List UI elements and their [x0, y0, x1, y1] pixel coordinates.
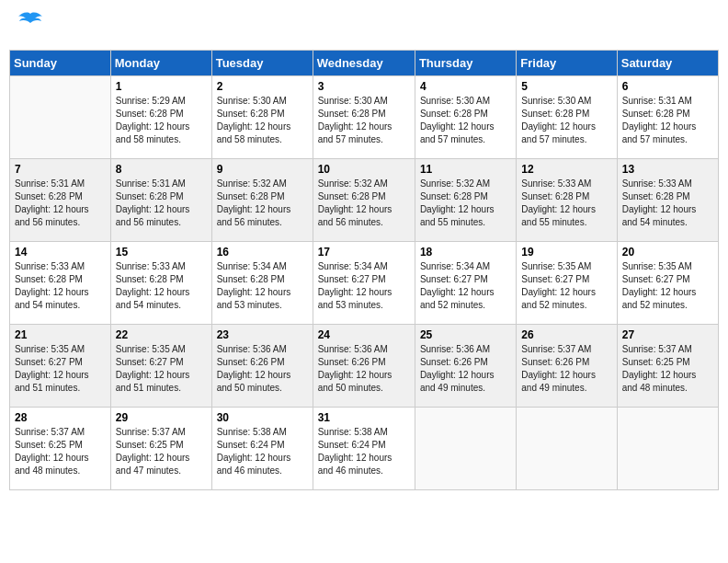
day-info: Sunrise: 5:36 AM Sunset: 6:26 PM Dayligh…	[217, 343, 308, 395]
day-number: 10	[318, 163, 410, 176]
day-info: Sunrise: 5:34 AM Sunset: 6:27 PM Dayligh…	[420, 260, 511, 312]
day-number: 24	[318, 328, 410, 341]
day-number: 9	[217, 163, 308, 176]
weekday-header-monday: Monday	[110, 51, 211, 76]
calendar-cell	[10, 76, 111, 159]
day-number: 13	[622, 163, 713, 176]
week-row-2: 7Sunrise: 5:31 AM Sunset: 6:28 PM Daylig…	[10, 159, 719, 242]
day-info: Sunrise: 5:33 AM Sunset: 6:28 PM Dayligh…	[521, 178, 611, 229]
day-info: Sunrise: 5:29 AM Sunset: 6:28 PM Dayligh…	[116, 95, 207, 146]
calendar-cell: 11Sunrise: 5:32 AM Sunset: 6:28 PM Dayli…	[415, 159, 516, 242]
calendar-cell: 24Sunrise: 5:36 AM Sunset: 6:26 PM Dayli…	[313, 325, 415, 408]
day-info: Sunrise: 5:31 AM Sunset: 6:28 PM Dayligh…	[622, 95, 713, 146]
day-info: Sunrise: 5:37 AM Sunset: 6:25 PM Dayligh…	[116, 426, 207, 477]
calendar-cell: 30Sunrise: 5:38 AM Sunset: 6:24 PM Dayli…	[211, 408, 313, 490]
day-info: Sunrise: 5:35 AM Sunset: 6:27 PM Dayligh…	[622, 260, 713, 312]
day-info: Sunrise: 5:35 AM Sunset: 6:27 PM Dayligh…	[15, 343, 106, 395]
calendar-cell: 13Sunrise: 5:33 AM Sunset: 6:28 PM Dayli…	[617, 159, 718, 242]
day-info: Sunrise: 5:30 AM Sunset: 6:28 PM Dayligh…	[420, 95, 511, 146]
day-info: Sunrise: 5:32 AM Sunset: 6:28 PM Dayligh…	[217, 178, 308, 229]
day-number: 5	[521, 80, 611, 93]
day-number: 25	[420, 328, 511, 341]
day-info: Sunrise: 5:30 AM Sunset: 6:28 PM Dayligh…	[318, 95, 410, 146]
day-number: 31	[318, 411, 410, 424]
calendar-cell: 2Sunrise: 5:30 AM Sunset: 6:28 PM Daylig…	[211, 76, 313, 159]
day-info: Sunrise: 5:32 AM Sunset: 6:28 PM Dayligh…	[318, 178, 410, 229]
calendar-cell: 16Sunrise: 5:34 AM Sunset: 6:28 PM Dayli…	[211, 242, 313, 325]
day-info: Sunrise: 5:35 AM Sunset: 6:27 PM Dayligh…	[116, 343, 207, 395]
day-info: Sunrise: 5:37 AM Sunset: 6:26 PM Dayligh…	[521, 343, 611, 395]
weekday-header-friday: Friday	[517, 51, 617, 76]
day-info: Sunrise: 5:31 AM Sunset: 6:28 PM Dayligh…	[15, 178, 106, 229]
calendar-cell: 8Sunrise: 5:31 AM Sunset: 6:28 PM Daylig…	[110, 159, 211, 242]
calendar-table: SundayMondayTuesdayWednesdayThursdayFrid…	[9, 50, 719, 490]
day-info: Sunrise: 5:34 AM Sunset: 6:27 PM Dayligh…	[318, 260, 410, 312]
calendar-cell: 5Sunrise: 5:30 AM Sunset: 6:28 PM Daylig…	[517, 76, 617, 159]
calendar-cell: 6Sunrise: 5:31 AM Sunset: 6:28 PM Daylig…	[617, 76, 718, 159]
day-info: Sunrise: 5:30 AM Sunset: 6:28 PM Dayligh…	[521, 95, 611, 146]
calendar-cell: 10Sunrise: 5:32 AM Sunset: 6:28 PM Dayli…	[313, 159, 415, 242]
calendar-cell: 26Sunrise: 5:37 AM Sunset: 6:26 PM Dayli…	[517, 325, 617, 408]
day-number: 6	[622, 80, 713, 93]
calendar-cell: 31Sunrise: 5:38 AM Sunset: 6:24 PM Dayli…	[313, 408, 415, 490]
week-row-1: 1Sunrise: 5:29 AM Sunset: 6:28 PM Daylig…	[10, 76, 719, 159]
calendar-cell: 9Sunrise: 5:32 AM Sunset: 6:28 PM Daylig…	[211, 159, 313, 242]
calendar-cell: 29Sunrise: 5:37 AM Sunset: 6:25 PM Dayli…	[110, 408, 211, 490]
day-number: 2	[217, 80, 308, 93]
weekday-header-sunday: Sunday	[10, 51, 111, 76]
day-number: 12	[521, 163, 611, 176]
day-number: 27	[622, 328, 713, 341]
day-info: Sunrise: 5:30 AM Sunset: 6:28 PM Dayligh…	[217, 95, 308, 146]
day-number: 29	[116, 411, 207, 424]
day-info: Sunrise: 5:36 AM Sunset: 6:26 PM Dayligh…	[420, 343, 511, 395]
calendar-cell: 1Sunrise: 5:29 AM Sunset: 6:28 PM Daylig…	[110, 76, 211, 159]
calendar-cell: 28Sunrise: 5:37 AM Sunset: 6:25 PM Dayli…	[10, 408, 111, 490]
calendar-cell: 15Sunrise: 5:33 AM Sunset: 6:28 PM Dayli…	[110, 242, 211, 325]
bird-icon	[17, 9, 44, 42]
weekday-header-wednesday: Wednesday	[313, 51, 415, 76]
day-info: Sunrise: 5:31 AM Sunset: 6:28 PM Dayligh…	[116, 178, 207, 229]
day-number: 17	[318, 246, 410, 259]
calendar-cell: 23Sunrise: 5:36 AM Sunset: 6:26 PM Dayli…	[211, 325, 313, 408]
day-info: Sunrise: 5:37 AM Sunset: 6:25 PM Dayligh…	[15, 426, 106, 477]
calendar-cell: 14Sunrise: 5:33 AM Sunset: 6:28 PM Dayli…	[10, 242, 111, 325]
day-number: 16	[217, 246, 308, 259]
calendar-cell: 19Sunrise: 5:35 AM Sunset: 6:27 PM Dayli…	[517, 242, 617, 325]
day-info: Sunrise: 5:32 AM Sunset: 6:28 PM Dayligh…	[420, 178, 511, 229]
day-number: 19	[521, 246, 611, 259]
calendar-cell	[517, 408, 617, 490]
day-info: Sunrise: 5:33 AM Sunset: 6:28 PM Dayligh…	[116, 260, 207, 312]
weekday-header-saturday: Saturday	[617, 51, 718, 76]
week-row-3: 14Sunrise: 5:33 AM Sunset: 6:28 PM Dayli…	[10, 242, 719, 325]
day-number: 20	[622, 246, 713, 259]
calendar-cell: 7Sunrise: 5:31 AM Sunset: 6:28 PM Daylig…	[10, 159, 111, 242]
calendar-cell: 22Sunrise: 5:35 AM Sunset: 6:27 PM Dayli…	[110, 325, 211, 408]
calendar-cell: 17Sunrise: 5:34 AM Sunset: 6:27 PM Dayli…	[313, 242, 415, 325]
calendar-cell: 21Sunrise: 5:35 AM Sunset: 6:27 PM Dayli…	[10, 325, 111, 408]
day-info: Sunrise: 5:37 AM Sunset: 6:25 PM Dayligh…	[622, 343, 713, 395]
week-row-5: 28Sunrise: 5:37 AM Sunset: 6:25 PM Dayli…	[10, 408, 719, 490]
calendar-cell: 18Sunrise: 5:34 AM Sunset: 6:27 PM Dayli…	[415, 242, 516, 325]
day-info: Sunrise: 5:33 AM Sunset: 6:28 PM Dayligh…	[622, 178, 713, 229]
day-number: 1	[116, 80, 207, 93]
day-number: 30	[217, 411, 308, 424]
calendar-cell	[415, 408, 516, 490]
day-number: 28	[15, 411, 106, 424]
day-info: Sunrise: 5:38 AM Sunset: 6:24 PM Dayligh…	[217, 426, 308, 477]
week-row-4: 21Sunrise: 5:35 AM Sunset: 6:27 PM Dayli…	[10, 325, 719, 408]
day-info: Sunrise: 5:35 AM Sunset: 6:27 PM Dayligh…	[521, 260, 611, 312]
day-number: 23	[217, 328, 308, 341]
calendar-cell	[617, 408, 718, 490]
day-info: Sunrise: 5:33 AM Sunset: 6:28 PM Dayligh…	[15, 260, 106, 312]
day-info: Sunrise: 5:34 AM Sunset: 6:28 PM Dayligh…	[217, 260, 308, 312]
weekday-header-tuesday: Tuesday	[211, 51, 313, 76]
calendar-cell: 20Sunrise: 5:35 AM Sunset: 6:27 PM Dayli…	[617, 242, 718, 325]
calendar-cell: 3Sunrise: 5:30 AM Sunset: 6:28 PM Daylig…	[313, 76, 415, 159]
day-number: 14	[15, 246, 106, 259]
day-number: 3	[318, 80, 410, 93]
day-info: Sunrise: 5:36 AM Sunset: 6:26 PM Dayligh…	[318, 343, 410, 395]
day-number: 4	[420, 80, 511, 93]
day-number: 22	[116, 328, 207, 341]
weekday-header-thursday: Thursday	[415, 51, 516, 76]
day-number: 26	[521, 328, 611, 341]
